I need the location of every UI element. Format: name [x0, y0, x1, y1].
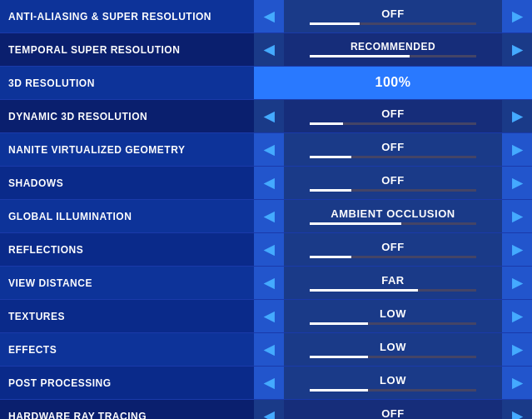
setting-row-anti-aliasing: ANTI-ALIASING & SUPER RESOLUTION◀OFF▶: [0, 0, 532, 33]
setting-control-effects: ◀LOW▶: [254, 333, 532, 366]
setting-label-3d-resolution: 3D RESOLUTION: [0, 77, 254, 89]
arrow-right-textures[interactable]: ▶: [502, 300, 532, 332]
setting-control-reflections: ◀OFF▶: [254, 233, 532, 266]
arrow-left-view-distance[interactable]: ◀: [254, 267, 284, 299]
setting-row-textures: TEXTURES◀LOW▶: [0, 300, 532, 333]
arrow-left-hardware-ray-tracing[interactable]: ◀: [254, 400, 284, 419]
progress-bar-temporal-super-resolution: [310, 55, 476, 57]
setting-control-shadows: ◀OFF▶: [254, 167, 532, 199]
setting-row-hardware-ray-tracing: HARDWARE RAY TRACING◀OFF▶: [0, 400, 532, 419]
setting-control-anti-aliasing: ◀OFF▶: [254, 0, 532, 32]
setting-label-hardware-ray-tracing: HARDWARE RAY TRACING: [0, 411, 254, 420]
arrow-left-dynamic-3d-resolution[interactable]: ◀: [254, 100, 284, 132]
arrow-right-temporal-super-resolution[interactable]: ▶: [502, 33, 532, 66]
chevron-left-icon: ◀: [264, 408, 274, 419]
setting-value-shadows: OFF: [381, 175, 405, 186]
setting-value-anti-aliasing: OFF: [381, 8, 405, 19]
arrow-right-view-distance[interactable]: ▶: [502, 267, 532, 299]
progress-bar-view-distance: [310, 289, 476, 292]
arrow-left-anti-aliasing[interactable]: ◀: [254, 0, 284, 32]
progress-fill-temporal-super-resolution: [310, 55, 410, 57]
setting-label-shadows: SHADOWS: [0, 177, 254, 189]
chevron-left-icon: ◀: [264, 275, 274, 291]
setting-value-view-distance: FAR: [381, 275, 405, 286]
setting-control-view-distance: ◀FAR▶: [254, 267, 532, 299]
setting-value-reflections: OFF: [381, 242, 405, 252]
arrow-right-dynamic-3d-resolution[interactable]: ▶: [502, 100, 532, 132]
progress-bar-global-illumination: [310, 222, 476, 225]
setting-value-area-global-illumination: AMBIENT OCCLUSION: [284, 200, 502, 232]
setting-value-area-textures: LOW: [284, 300, 502, 332]
setting-value-area-post-processing: LOW: [284, 367, 502, 399]
arrow-left-shadows[interactable]: ◀: [254, 167, 284, 199]
chevron-right-icon: ▶: [512, 342, 522, 357]
setting-value-textures: LOW: [380, 308, 406, 319]
progress-fill-global-illumination: [310, 222, 401, 225]
arrow-right-post-processing[interactable]: ▶: [502, 367, 532, 399]
setting-value-area-temporal-super-resolution: RECOMMENDED: [284, 33, 502, 66]
arrow-left-reflections[interactable]: ◀: [254, 233, 284, 266]
progress-bar-nanite-virtualized-geometry: [310, 156, 476, 158]
setting-row-effects: EFFECTS◀LOW▶: [0, 333, 532, 367]
arrow-left-global-illumination[interactable]: ◀: [254, 200, 284, 232]
chevron-right-icon: ▶: [512, 208, 522, 224]
progress-bar-dynamic-3d-resolution: [310, 122, 476, 125]
arrow-left-post-processing[interactable]: ◀: [254, 367, 284, 399]
arrow-left-textures[interactable]: ◀: [254, 300, 284, 332]
setting-control-dynamic-3d-resolution: ◀OFF▶: [254, 100, 532, 132]
arrow-right-shadows[interactable]: ▶: [502, 167, 532, 199]
setting-label-reflections: REFLECTIONS: [0, 244, 254, 256]
setting-value-dynamic-3d-resolution: OFF: [381, 108, 405, 119]
progress-bar-shadows: [310, 189, 476, 192]
setting-label-anti-aliasing: ANTI-ALIASING & SUPER RESOLUTION: [0, 11, 254, 22]
progress-fill-textures: [310, 322, 368, 325]
setting-row-view-distance: VIEW DISTANCE◀FAR▶: [0, 267, 532, 300]
setting-label-textures: TEXTURES: [0, 311, 254, 322]
setting-value-area-dynamic-3d-resolution: OFF: [284, 100, 502, 132]
progress-fill-effects: [310, 356, 368, 358]
chevron-right-icon: ▶: [512, 275, 522, 291]
chevron-left-icon: ◀: [264, 42, 274, 57]
setting-label-nanite-virtualized-geometry: NANITE VIRTUALIZED GEOMETRY: [0, 144, 254, 156]
setting-value-area-shadows: OFF: [284, 167, 502, 199]
progress-bar-anti-aliasing: [310, 22, 476, 25]
setting-value-area-nanite-virtualized-geometry: OFF: [284, 133, 502, 166]
progress-fill-view-distance: [310, 289, 418, 292]
chevron-right-icon: ▶: [512, 408, 522, 419]
arrow-right-anti-aliasing[interactable]: ▶: [502, 0, 532, 32]
arrow-right-reflections[interactable]: ▶: [502, 233, 532, 266]
chevron-right-icon: ▶: [512, 42, 522, 57]
arrow-left-nanite-virtualized-geometry[interactable]: ◀: [254, 133, 284, 166]
arrow-left-effects[interactable]: ◀: [254, 333, 284, 366]
setting-control-textures: ◀LOW▶: [254, 300, 532, 332]
setting-control-temporal-super-resolution: ◀RECOMMENDED▶: [254, 33, 532, 66]
setting-value-post-processing: LOW: [380, 375, 406, 386]
setting-label-effects: EFFECTS: [0, 344, 254, 356]
progress-fill-dynamic-3d-resolution: [310, 122, 343, 125]
arrow-right-hardware-ray-tracing[interactable]: ▶: [502, 400, 532, 419]
setting-row-temporal-super-resolution: TEMPORAL SUPER RESOLUTION◀RECOMMENDED▶: [0, 33, 532, 67]
arrow-right-global-illumination[interactable]: ▶: [502, 200, 532, 232]
setting-control-post-processing: ◀LOW▶: [254, 367, 532, 399]
progress-bar-reflections: [310, 256, 476, 258]
setting-label-post-processing: POST PROCESSING: [0, 377, 254, 389]
arrow-left-temporal-super-resolution[interactable]: ◀: [254, 33, 284, 66]
chevron-left-icon: ◀: [264, 142, 274, 157]
setting-control-nanite-virtualized-geometry: ◀OFF▶: [254, 133, 532, 166]
arrow-right-effects[interactable]: ▶: [502, 333, 532, 366]
setting-row-nanite-virtualized-geometry: NANITE VIRTUALIZED GEOMETRY◀OFF▶: [0, 133, 532, 167]
setting-control-global-illumination: ◀AMBIENT OCCLUSION▶: [254, 200, 532, 232]
setting-control-3d-resolution: 100%: [254, 67, 532, 99]
chevron-left-icon: ◀: [264, 208, 274, 224]
setting-label-view-distance: VIEW DISTANCE: [0, 277, 254, 289]
chevron-right-icon: ▶: [512, 8, 522, 24]
arrow-right-nanite-virtualized-geometry[interactable]: ▶: [502, 133, 532, 166]
chevron-left-icon: ◀: [264, 242, 274, 257]
chevron-right-icon: ▶: [512, 142, 522, 157]
setting-value-area-anti-aliasing: OFF: [284, 0, 502, 32]
chevron-left-icon: ◀: [264, 108, 274, 124]
chevron-left-icon: ◀: [264, 342, 274, 357]
chevron-right-icon: ▶: [512, 375, 522, 391]
setting-row-reflections: REFLECTIONS◀OFF▶: [0, 233, 532, 267]
setting-label-global-illumination: GLOBAL ILLUMINATION: [0, 211, 254, 222]
